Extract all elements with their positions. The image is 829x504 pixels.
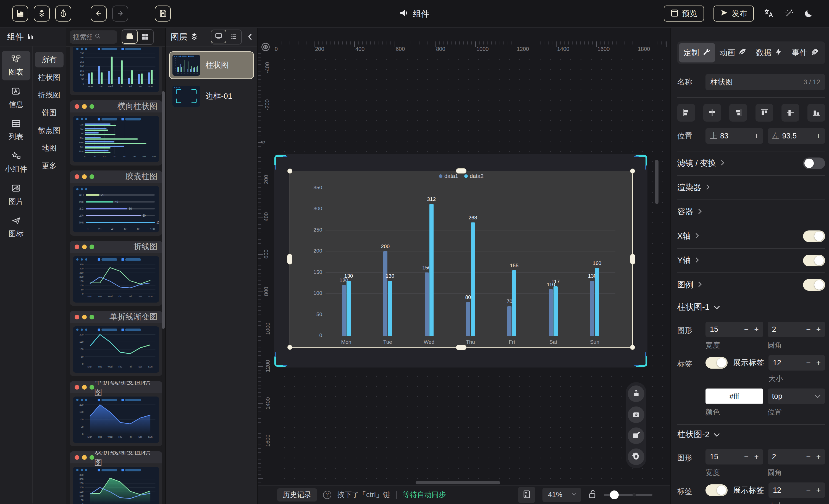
sidebar-item-widgets[interactable]: 小组件 bbox=[2, 148, 30, 177]
section-legend[interactable]: 图例 bbox=[677, 273, 825, 297]
bar1-size-stepper[interactable]: 12−+ bbox=[768, 355, 825, 370]
plus-button[interactable]: + bbox=[816, 132, 821, 140]
resize-handle-e[interactable] bbox=[630, 254, 635, 264]
align-bottom-button[interactable] bbox=[807, 104, 825, 121]
bar1-radius-stepper[interactable]: 2−+ bbox=[768, 322, 825, 337]
edit-button[interactable] bbox=[628, 428, 644, 444]
component-card[interactable]: 050100150200250300350MonTueWedThuFriSatS… bbox=[70, 47, 162, 95]
align-left-button[interactable] bbox=[677, 104, 695, 121]
components-panel-button[interactable] bbox=[12, 5, 28, 22]
bar1-show-label-toggle[interactable] bbox=[706, 357, 728, 369]
bar2-size-stepper[interactable]: 12−+ bbox=[768, 482, 825, 498]
collapse-panel-button[interactable] bbox=[247, 33, 253, 41]
plus-button[interactable]: + bbox=[754, 325, 759, 334]
download-button[interactable] bbox=[628, 406, 644, 423]
sidebar-item-list[interactable]: 列表 bbox=[2, 115, 30, 145]
section-renderer[interactable]: 渲染器 bbox=[677, 176, 825, 200]
legend-item[interactable]: data1 bbox=[439, 173, 458, 179]
category-scatter[interactable]: 散点图 bbox=[35, 123, 64, 138]
minus-button[interactable]: − bbox=[806, 358, 810, 367]
plus-button[interactable]: + bbox=[816, 358, 821, 367]
bar1-section-header[interactable]: 柱状图-1 bbox=[677, 297, 825, 317]
bar1-color-input[interactable]: #fff bbox=[706, 389, 763, 404]
xaxis-toggle[interactable] bbox=[803, 230, 825, 242]
language-icon[interactable] bbox=[763, 8, 774, 19]
category-pie[interactable]: 饼图 bbox=[35, 105, 64, 120]
save-button[interactable] bbox=[155, 5, 171, 22]
component-card[interactable]: 双折线渐变面积图050100150200250300350MonTueWedTh… bbox=[70, 451, 162, 504]
layer-item-bar-chart[interactable]: 050100150200250300350MonTueWedThuFriSatS… bbox=[169, 51, 254, 79]
dark-mode-icon[interactable] bbox=[803, 8, 814, 19]
bar2-width-stepper[interactable]: 15−+ bbox=[706, 449, 763, 465]
resize-handle-w[interactable] bbox=[287, 254, 292, 264]
position-left-stepper[interactable]: 左93.5 −+ bbox=[768, 128, 825, 144]
folder-view-button[interactable] bbox=[121, 29, 138, 44]
resize-handle-sw[interactable] bbox=[287, 345, 292, 350]
preview-button[interactable]: 预览 bbox=[664, 5, 704, 22]
sidebar-item-images[interactable]: 图片 bbox=[2, 180, 30, 210]
plus-button[interactable]: + bbox=[816, 452, 821, 461]
search-input[interactable]: 搜索组件 bbox=[70, 30, 117, 44]
section-xaxis[interactable]: X轴 bbox=[677, 224, 825, 249]
bar2-radius-stepper[interactable]: 2−+ bbox=[768, 449, 825, 465]
sidebar-item-info[interactable]: 信息 bbox=[2, 83, 30, 113]
section-yaxis[interactable]: Y轴 bbox=[677, 249, 825, 273]
legend-item[interactable]: data2 bbox=[464, 173, 483, 179]
history-button[interactable]: 历史记录 bbox=[277, 488, 317, 502]
bar1-width-stepper[interactable]: 15−+ bbox=[706, 322, 763, 337]
list-view-button[interactable] bbox=[226, 30, 241, 44]
tab-events[interactable]: 事件 bbox=[787, 43, 824, 63]
resize-handle-s[interactable] bbox=[456, 345, 466, 350]
minimap-button[interactable] bbox=[518, 487, 535, 503]
resize-handle-n[interactable] bbox=[456, 168, 466, 174]
help-icon[interactable]: ? bbox=[323, 491, 331, 499]
plus-button[interactable]: + bbox=[816, 325, 821, 334]
resize-handle-ne[interactable] bbox=[630, 169, 635, 174]
layer-item-border[interactable]: 边框-01 bbox=[169, 82, 254, 110]
canvas-hscrollbar[interactable] bbox=[416, 481, 500, 484]
canvas[interactable]: 020040060080010001200140016001800 -400-2… bbox=[258, 28, 670, 485]
thumbnail-view-button[interactable] bbox=[211, 30, 226, 43]
category-bar[interactable]: 柱状图 bbox=[35, 70, 64, 85]
plus-button[interactable]: + bbox=[754, 132, 759, 140]
bar2-section-header[interactable]: 柱状图-2 bbox=[677, 425, 825, 444]
component-card[interactable]: 单折线渐变图050100150200MonTueWedThuFriSatSun bbox=[70, 311, 162, 376]
theme-button[interactable] bbox=[55, 5, 71, 22]
tab-customize[interactable]: 定制 bbox=[679, 43, 715, 63]
tab-animation[interactable]: 动画 bbox=[715, 43, 751, 63]
section-container[interactable]: 容器 bbox=[677, 200, 825, 224]
align-middle-v-button[interactable] bbox=[782, 104, 799, 121]
align-top-button[interactable] bbox=[756, 104, 773, 121]
yaxis-toggle[interactable] bbox=[803, 255, 825, 266]
category-map[interactable]: 地图 bbox=[35, 140, 64, 156]
sidebar-item-charts[interactable]: 图表 bbox=[2, 51, 30, 80]
category-more[interactable]: 更多 bbox=[35, 158, 64, 174]
zoom-slider[interactable] bbox=[604, 494, 652, 496]
zoom-select[interactable]: 41% bbox=[542, 488, 581, 502]
section-filter-transform[interactable]: 滤镜 / 变换 bbox=[677, 151, 825, 176]
lock-open-icon[interactable] bbox=[588, 489, 597, 500]
publish-button[interactable]: 发布 bbox=[714, 5, 754, 22]
minus-button[interactable]: − bbox=[744, 132, 749, 140]
redo-button[interactable] bbox=[112, 5, 128, 22]
share-button[interactable] bbox=[628, 386, 644, 402]
plus-button[interactable]: + bbox=[816, 486, 821, 495]
bar-chart-component[interactable]: data1data2 050100150200250300350120130Mo… bbox=[290, 171, 633, 348]
layers-panel-button[interactable] bbox=[34, 5, 50, 22]
align-right-button[interactable] bbox=[729, 104, 747, 121]
component-card[interactable]: 胶囊柱图厦门20南阳40北京60上海80新疆100020406080100 bbox=[70, 171, 162, 236]
component-card[interactable]: 折线图050100150200250300350MonTueWedThuFriS… bbox=[70, 241, 162, 306]
grid-view-button[interactable] bbox=[137, 30, 153, 44]
bar2-show-label-toggle[interactable] bbox=[706, 484, 728, 496]
minus-button[interactable]: − bbox=[744, 452, 749, 461]
components-scrollbar[interactable] bbox=[162, 91, 165, 329]
bar1-label-position-select[interactable]: top bbox=[768, 389, 825, 404]
resize-handle-nw[interactable] bbox=[287, 169, 292, 174]
undo-button[interactable] bbox=[91, 5, 107, 22]
tab-data[interactable]: 数据 bbox=[751, 43, 788, 63]
plus-button[interactable]: + bbox=[754, 452, 759, 461]
slider-knob[interactable] bbox=[610, 491, 619, 499]
canvas-vscrollbar[interactable] bbox=[655, 160, 658, 204]
align-center-h-button[interactable] bbox=[703, 104, 721, 121]
sidebar-item-icons[interactable]: 图标 bbox=[2, 213, 30, 242]
